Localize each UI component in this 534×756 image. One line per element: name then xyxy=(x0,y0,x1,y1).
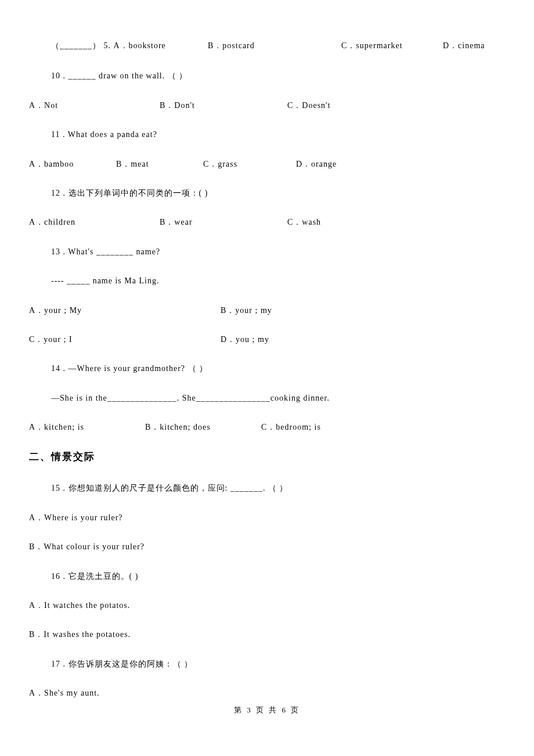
q12-stem: 12 . 选出下列单词中的不同类的一项：( ) xyxy=(29,187,505,200)
q14-opt-a: A．kitchen; is xyxy=(29,421,145,434)
q9-opt-b: B．postcard xyxy=(208,39,341,52)
q14-options: A．kitchen; is B．kitchen; does C．bedroom;… xyxy=(29,421,505,434)
q9-opt-d: D．cinema xyxy=(443,39,485,52)
q14-stem1: 14 . —Where is your grandmother? （ ） xyxy=(29,362,505,375)
q16-opt-b: B．It washes the potatoes. xyxy=(29,628,505,641)
page-content: （_______） 5. A．bookstore B．postcard C．su… xyxy=(0,0,534,700)
q10-opt-a: A．Not xyxy=(29,99,160,112)
q10-opt-c: C．Doesn't xyxy=(287,99,331,112)
q13-stem2: ---- _____ name is Ma Ling. xyxy=(29,275,505,287)
q12-options: A．children B．wear C．wash xyxy=(29,216,505,229)
q13-stem1: 13 . What's ________ name? xyxy=(29,246,505,258)
q11-stem: 11 . What does a panda eat? xyxy=(29,128,505,141)
q17-opt-a: A．She's my aunt. xyxy=(29,687,505,700)
q10-stem: 10 . ______ draw on the wall. （ ） xyxy=(29,70,505,82)
q14-stem2: —She is in the_______________. She______… xyxy=(29,392,505,405)
q9-opt-c: C．supermarket xyxy=(341,39,443,52)
q9-options: （_______） 5. A．bookstore B．postcard C．su… xyxy=(29,39,505,52)
q13-opt-b: B．your ; my xyxy=(221,304,272,317)
q11-opt-a: A．bamboo xyxy=(29,158,116,171)
q11-options: A．bamboo B．meat C．grass D．orange xyxy=(29,158,505,171)
q11-opt-d: D．orange xyxy=(296,158,337,171)
section-2-title: 二、情景交际 xyxy=(29,450,505,463)
q16-opt-a: A．It watches the potatos. xyxy=(29,599,505,612)
q11-opt-c: C．grass xyxy=(203,158,296,171)
q10-options: A．Not B．Don't C．Doesn't xyxy=(29,99,505,112)
q12-opt-c: C．wash xyxy=(287,216,321,229)
q15-opt-a: A．Where is your ruler? xyxy=(29,512,505,524)
q16-stem: 16 . 它是洗土豆的。( ) xyxy=(29,570,505,583)
q14-opt-c: C．bedroom; is xyxy=(261,421,321,434)
q15-stem: 15 . 你想知道别人的尺子是什么颜色的，应问: _______. （ ） xyxy=(29,482,505,495)
q17-stem: 17 . 你告诉朋友这是你的阿姨：（ ） xyxy=(29,658,505,671)
q13-opt-c: C．your ; I xyxy=(29,333,221,346)
page-footer: 第 3 页 共 6 页 xyxy=(0,705,534,715)
q9-opt-a: （_______） 5. A．bookstore xyxy=(51,39,208,52)
q13-options-row1: A．your ; My B．your ; my xyxy=(29,304,505,317)
q10-opt-b: B．Don't xyxy=(160,99,287,112)
q13-opt-d: D．you ; my xyxy=(221,333,269,346)
q13-options-row2: C．your ; I D．you ; my xyxy=(29,333,505,346)
q14-opt-b: B．kitchen; does xyxy=(145,421,261,434)
q12-opt-b: B．wear xyxy=(160,216,287,229)
q15-opt-b: B．What colour is your ruler? xyxy=(29,541,505,553)
q12-opt-a: A．children xyxy=(29,216,160,229)
q13-opt-a: A．your ; My xyxy=(29,304,221,317)
q11-opt-b: B．meat xyxy=(116,158,203,171)
